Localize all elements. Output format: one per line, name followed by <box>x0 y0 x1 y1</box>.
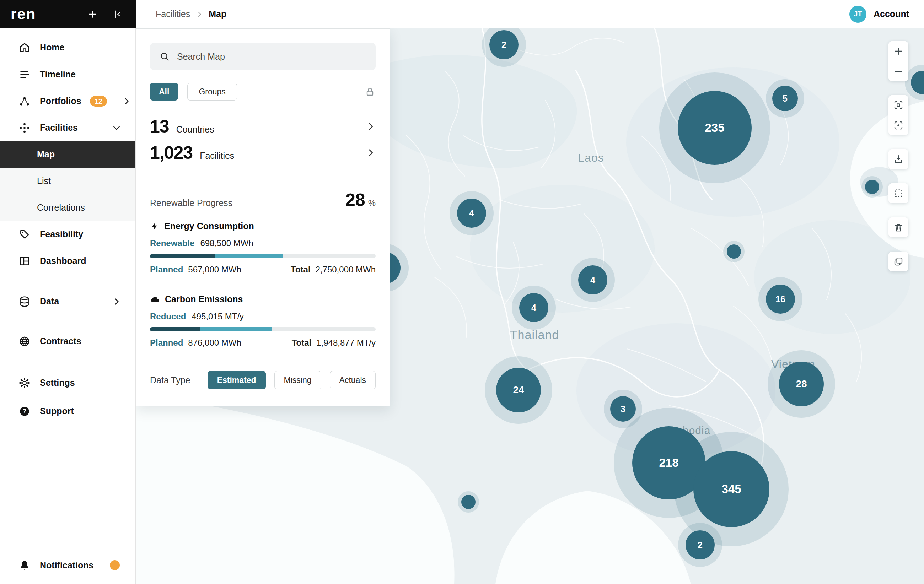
facilities-stat-row[interactable]: 1,023 Facilities <box>150 140 376 166</box>
app-logo: ren <box>11 7 36 22</box>
duplicate-map-button[interactable] <box>888 252 908 271</box>
carbon-section-title: Carbon Emissions <box>150 294 376 304</box>
sidebar-item-facilities[interactable]: Facilities <box>0 114 135 141</box>
map-cluster[interactable]: 345 <box>693 451 769 527</box>
filter-groups-button[interactable]: Groups <box>187 83 237 100</box>
sidebar-item-data[interactable]: Data <box>0 288 135 315</box>
panel-divider <box>136 360 390 360</box>
svg-text:?: ? <box>23 408 26 415</box>
fit-bounds-button[interactable] <box>888 95 908 115</box>
export-map-button[interactable] <box>888 149 908 169</box>
map-facility-dot[interactable] <box>461 495 475 509</box>
sidebar-item-notifications[interactable]: Notifications <box>0 546 135 584</box>
carbon-planned-value: 876,000 MWh <box>188 338 241 348</box>
chevron-right-icon[interactable] <box>366 122 376 132</box>
map-facility-dot[interactable] <box>865 180 879 194</box>
app-window: ren Facilities Map JT Account Home <box>0 0 924 584</box>
sidebar-subitem-list[interactable]: List <box>0 168 135 194</box>
sidebar-item-dashboard[interactable]: Dashboard <box>0 248 135 274</box>
chevron-right-icon <box>122 97 131 106</box>
sidebar-item-label: Notifications <box>40 560 94 571</box>
sidebar: Home Timeline Portfolios 12 Facilities M… <box>0 28 136 584</box>
top-bar: ren Facilities Map JT Account <box>0 0 924 28</box>
map-cluster[interactable]: 5 <box>772 86 798 111</box>
dashboard-icon <box>18 254 31 268</box>
zoom-in-button[interactable] <box>888 41 908 61</box>
renewable-value: 698,500 MWh <box>200 239 253 248</box>
map-cluster[interactable]: 3 <box>610 396 636 422</box>
data-type-estimated-button[interactable]: Estimated <box>208 371 266 389</box>
sidebar-item-label: Feasibility <box>40 229 83 239</box>
breadcrumb: Facilities Map <box>156 9 226 19</box>
energy-planned-value: 567,000 MWh <box>188 265 241 275</box>
energy-planned-label: Planned <box>150 265 183 275</box>
sidebar-item-label: Contracts <box>40 336 81 346</box>
delete-button[interactable] <box>888 217 908 237</box>
portfolios-icon <box>18 94 31 108</box>
chevron-right-icon[interactable] <box>366 148 376 158</box>
plus-icon <box>893 46 904 56</box>
center-map-button[interactable] <box>888 115 908 135</box>
account-menu[interactable]: JT Account <box>850 6 924 23</box>
map-country-label: Thailand <box>510 328 559 342</box>
energy-total-label: Total <box>291 265 310 275</box>
map-facility-dot[interactable] <box>727 244 741 258</box>
map-cluster[interactable]: 28 <box>779 362 824 406</box>
stats-block: 13 Countries 1,023 Facilities <box>150 114 376 166</box>
avatar[interactable]: JT <box>850 6 866 23</box>
energy-progress-bar <box>150 254 376 258</box>
countries-count: 13 <box>150 116 169 137</box>
map-cluster[interactable]: 2 <box>686 530 714 559</box>
add-button[interactable] <box>84 7 100 22</box>
map-canvas[interactable]: LaosThailandVietnamCambodia2523544416243… <box>136 28 924 584</box>
facilities-count: 1,023 <box>150 142 193 163</box>
map-cluster[interactable]: 235 <box>678 91 752 165</box>
map-cluster[interactable]: 16 <box>766 285 795 314</box>
panel-divider <box>150 283 376 283</box>
center-focus-icon <box>893 120 904 131</box>
data-type-actuals-button[interactable]: Actuals <box>330 371 376 389</box>
sidebar-item-timeline[interactable]: Timeline <box>0 61 135 88</box>
renewable-progress-row: Renewable Progress 28 % <box>150 190 376 210</box>
zoom-out-button[interactable] <box>888 61 908 81</box>
energy-section-title: Energy Consumption <box>150 221 376 231</box>
panel-divider <box>136 178 390 178</box>
map-search[interactable] <box>150 43 376 70</box>
carbon-title: Carbon Emissions <box>165 294 243 304</box>
sidebar-subitem-correlations[interactable]: Correlations <box>0 194 135 221</box>
sidebar-item-settings[interactable]: Settings <box>0 369 135 396</box>
sidebar-item-feasibility[interactable]: Feasibility <box>0 221 135 248</box>
carbon-total-label: Total <box>292 338 312 348</box>
sidebar-item-portfolios[interactable]: Portfolios 12 <box>0 88 135 114</box>
select-area-button[interactable] <box>888 183 908 203</box>
facilities-sub-list: Map List Correlations <box>0 141 135 221</box>
reduced-row: Reduced 495,015 MT/y <box>150 311 376 321</box>
search-input[interactable] <box>177 51 366 62</box>
sidebar-divider <box>0 321 135 321</box>
map-cluster[interactable]: 4 <box>578 265 607 294</box>
sidebar-item-label: Settings <box>40 378 75 388</box>
energy-total-value: 2,750,000 MWh <box>315 265 376 275</box>
map-cluster[interactable]: 2 <box>489 30 518 59</box>
filter-all-button[interactable]: All <box>150 83 178 100</box>
sidebar-divider <box>0 362 135 362</box>
map-cluster[interactable]: 4 <box>457 199 486 228</box>
sidebar-item-home[interactable]: Home <box>0 34 135 61</box>
sidebar-item-support[interactable]: ? Support <box>0 398 135 424</box>
notification-indicator <box>110 560 120 570</box>
map-cluster[interactable]: 4 <box>519 293 548 322</box>
lock-icon <box>364 86 376 97</box>
reduced-value: 495,015 MT/y <box>191 311 244 321</box>
map-cluster[interactable]: 24 <box>496 368 541 413</box>
sidebar-subitem-map[interactable]: Map <box>0 141 135 168</box>
collapse-sidebar-button[interactable] <box>109 7 125 22</box>
map-country-label: Laos <box>578 151 604 165</box>
countries-stat-row[interactable]: 13 Countries <box>150 114 376 140</box>
cloud-icon <box>150 294 160 304</box>
bell-icon <box>18 559 31 571</box>
renewable-row: Renewable 698,500 MWh <box>150 239 376 248</box>
sidebar-item-contracts[interactable]: Contracts <box>0 328 135 355</box>
data-type-missing-button[interactable]: Missing <box>274 371 321 389</box>
breadcrumb-parent[interactable]: Facilities <box>156 9 190 19</box>
help-icon: ? <box>18 405 31 418</box>
